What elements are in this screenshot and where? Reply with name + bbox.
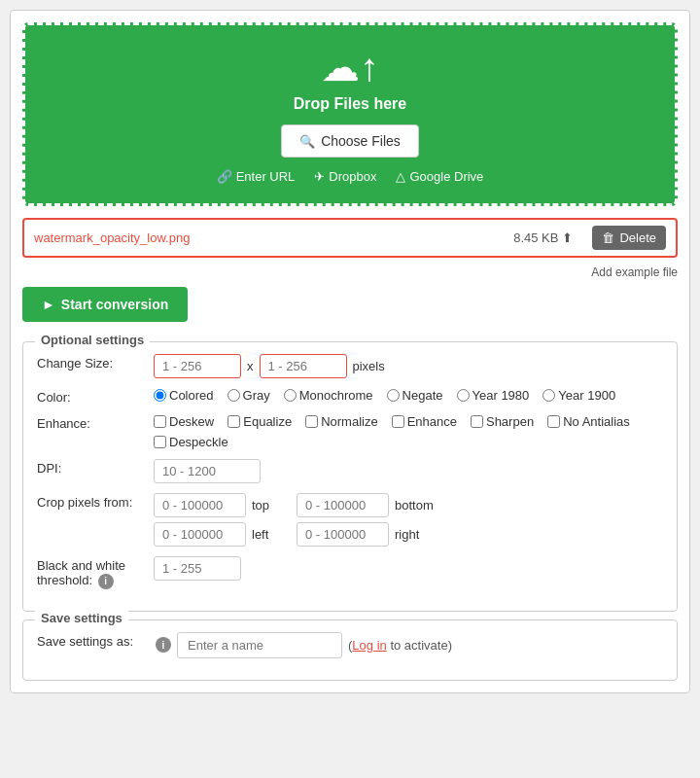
crop-left-label: left [252, 527, 291, 542]
color-year1980-radio[interactable] [457, 389, 470, 402]
save-settings-info-icon[interactable]: i [156, 637, 171, 653]
login-link[interactable]: Log in [352, 638, 386, 653]
color-gray[interactable]: Gray [228, 388, 270, 403]
dpi-row: DPI: [37, 459, 663, 483]
drop-text: Drop Files here [45, 95, 655, 113]
color-colored-radio[interactable] [154, 389, 166, 402]
bw-threshold-label: Black and white threshold: i [37, 556, 144, 589]
dpi-input[interactable] [154, 459, 261, 483]
enhance-equalize[interactable]: Equalize [228, 414, 292, 429]
enhance-deskew-cb[interactable] [154, 415, 166, 428]
bw-threshold-info-icon[interactable]: i [98, 574, 114, 589]
size-separator: x [247, 359, 254, 373]
change-size-content: x pixels [154, 354, 663, 378]
upload-arrow-icon: ⬆ [562, 230, 573, 245]
enhance-label: Enhance: [37, 414, 144, 431]
color-row: Color: Colored Gray Monochrome [37, 388, 663, 405]
bw-threshold-content [154, 556, 663, 581]
bw-threshold-row: Black and white threshold: i [37, 556, 663, 589]
color-monochrome-radio[interactable] [284, 389, 297, 402]
color-label: Color: [37, 388, 144, 405]
color-year1900-radio[interactable] [542, 389, 555, 402]
color-year1980[interactable]: Year 1980 [457, 388, 530, 403]
enhance-enhance-cb[interactable] [392, 415, 404, 428]
save-settings-section: Save settings Save settings as: i (Log i… [22, 619, 678, 681]
drop-links: 🔗 Enter URL ✈ Dropbox △ Google Drive [45, 169, 655, 184]
drop-zone[interactable]: ☁↑ Drop Files here 🔍 Choose Files 🔗 Ente… [22, 22, 678, 206]
color-radio-group: Colored Gray Monochrome Negate [154, 388, 615, 403]
crop-grid: top bottom left right [154, 493, 434, 547]
crop-content: top bottom left right [154, 493, 663, 547]
google-drive-icon: △ [396, 169, 405, 184]
color-content: Colored Gray Monochrome Negate [154, 388, 663, 403]
enhance-no-antialias-cb[interactable] [547, 415, 560, 428]
search-icon: 🔍 [299, 134, 315, 149]
google-drive-link[interactable]: △ Google Drive [396, 169, 483, 184]
link-icon: 🔗 [217, 169, 232, 184]
start-conversion-button[interactable]: ► Start conversion [22, 287, 188, 322]
color-gray-radio[interactable] [228, 389, 240, 402]
enhance-row: Enhance: Deskew Equalize Normalize [37, 414, 663, 449]
save-settings-label: Save settings as: [37, 632, 144, 649]
enhance-checkbox-group: Deskew Equalize Normalize Enhance [154, 414, 663, 449]
save-settings-legend: Save settings [35, 611, 128, 625]
crop-left-input[interactable] [154, 522, 246, 547]
dropbox-icon: ✈ [314, 169, 325, 184]
enhance-enhance[interactable]: Enhance [392, 414, 457, 429]
add-example-row: Add example file [22, 265, 678, 279]
change-size-label: Change Size: [37, 354, 144, 371]
change-size-row: Change Size: x pixels [37, 354, 663, 378]
crop-label: Crop pixels from: [37, 493, 144, 510]
enhance-normalize-cb[interactable] [305, 415, 318, 428]
height-input[interactable] [260, 354, 347, 378]
crop-row: Crop pixels from: top bottom left right [37, 493, 663, 547]
dpi-content [154, 459, 663, 483]
bw-threshold-input[interactable] [154, 556, 241, 581]
trash-icon: 🗑 [602, 230, 614, 245]
crop-top-row: top bottom [154, 493, 434, 517]
crop-right-label: right [395, 527, 434, 542]
enhance-content: Deskew Equalize Normalize Enhance [154, 414, 663, 449]
crop-top-input[interactable] [154, 493, 246, 517]
upload-icon: ☁↑ [45, 45, 655, 89]
width-input[interactable] [154, 354, 241, 378]
color-monochrome[interactable]: Monochrome [284, 388, 373, 403]
enhance-despeckle[interactable]: Despeckle [154, 435, 228, 449]
crop-bottom-input[interactable] [297, 493, 389, 517]
crop-right-input[interactable] [297, 522, 389, 547]
add-example-link[interactable]: Add example file [591, 265, 678, 279]
save-name-input[interactable] [177, 632, 342, 658]
save-note: (Log in to activate) [348, 638, 452, 653]
pixels-label: pixels [353, 359, 385, 373]
enhance-despeckle-cb[interactable] [154, 436, 166, 448]
enhance-sharpen-cb[interactable] [471, 415, 483, 428]
file-row: watermark_opacity_low.png 8.45 KB ⬆ 🗑 De… [22, 218, 678, 258]
enhance-sharpen[interactable]: Sharpen [471, 414, 534, 429]
dpi-label: DPI: [37, 459, 144, 476]
enhance-no-antialias[interactable]: No Antialias [547, 414, 630, 429]
enhance-normalize[interactable]: Normalize [305, 414, 378, 429]
optional-settings-section: Optional settings Change Size: x pixels … [22, 341, 678, 612]
save-settings-row: Save settings as: i (Log in to activate) [37, 632, 663, 658]
enhance-equalize-cb[interactable] [228, 415, 240, 428]
file-size: 8.45 KB ⬆ [513, 230, 573, 245]
crop-bottom-label: bottom [395, 498, 434, 513]
delete-button[interactable]: 🗑 Delete [592, 226, 666, 250]
optional-settings-legend: Optional settings [35, 333, 150, 347]
color-negate-radio[interactable] [387, 389, 400, 402]
enter-url-link[interactable]: 🔗 Enter URL [217, 169, 296, 184]
dropbox-link[interactable]: ✈ Dropbox [314, 169, 376, 184]
color-year1900[interactable]: Year 1900 [542, 388, 615, 403]
file-name: watermark_opacity_low.png [34, 230, 513, 245]
play-icon: ► [42, 297, 55, 312]
color-colored[interactable]: Colored [154, 388, 214, 403]
save-settings-content: i (Log in to activate) [154, 632, 663, 658]
crop-top-label: top [252, 498, 291, 513]
choose-files-button[interactable]: 🔍 Choose Files [281, 124, 419, 158]
crop-left-row: left right [154, 522, 434, 547]
enhance-deskew[interactable]: Deskew [154, 414, 214, 429]
color-negate[interactable]: Negate [387, 388, 443, 403]
